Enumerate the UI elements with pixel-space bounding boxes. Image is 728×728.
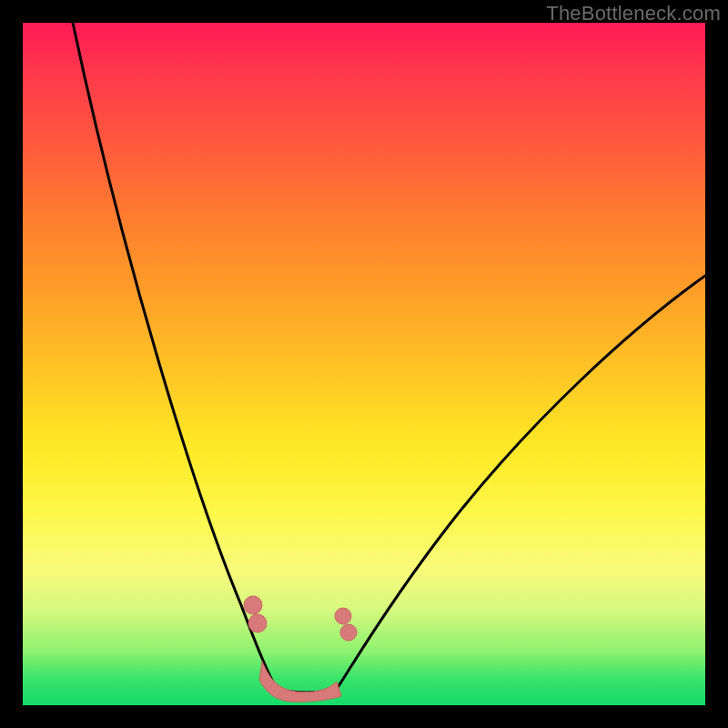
left-marker-upper [244, 596, 262, 614]
chart-svg [23, 23, 705, 705]
right-curve [337, 276, 705, 689]
right-marker-lower [340, 624, 357, 641]
valley-band [259, 662, 341, 702]
left-marker-lower [248, 614, 267, 632]
left-curve [73, 23, 277, 689]
chart-frame: TheBottleneck.com [0, 0, 728, 728]
plot-area [23, 23, 705, 705]
right-marker-upper [335, 608, 351, 624]
